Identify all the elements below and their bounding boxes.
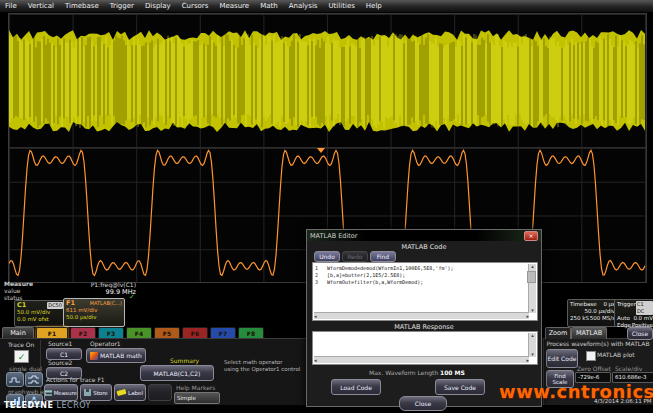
trace-on-label: Trace On (8, 342, 34, 348)
single-grid-button[interactable] (6, 372, 24, 387)
scroll-up-icon[interactable]: ▴ (531, 333, 534, 338)
menu-item-measure[interactable]: Measure (219, 2, 249, 10)
scroll-up-icon[interactable]: ▴ (531, 264, 534, 269)
timebase-samples: 250 kS (570, 315, 589, 322)
matlab-plot-checkbox[interactable] (586, 351, 596, 361)
find-button[interactable]: Find (370, 251, 396, 262)
scroll-left-icon[interactable]: ◂ (314, 358, 317, 363)
measure-action-button[interactable]: Measure (44, 384, 78, 401)
trigger-box[interactable]: Trigger C1 DC Auto 0.0 mV Edge Positive (614, 299, 653, 327)
menu-item-cursors[interactable]: Cursors (182, 2, 209, 10)
tab-zoom[interactable]: Zoom (545, 327, 571, 339)
dialog-close-button[interactable]: Close (399, 396, 447, 411)
panel-close-button[interactable]: Close (627, 327, 653, 340)
menu-item-display[interactable]: Display (145, 2, 171, 10)
c1-offset: 0.0 mV ofst (17, 316, 63, 323)
f1-label: F1 (66, 300, 75, 307)
code-line-2: [b,a]=butter(2,1E5/2.5E8); (327, 272, 453, 279)
c1-descriptor-box[interactable]: C1 DC50 50.0 mV/div 0.0 mV ofst (14, 300, 66, 327)
undo-button[interactable]: Undo (314, 251, 340, 262)
help-markers-value: Simple (177, 395, 196, 401)
single-wave-icon (9, 376, 21, 384)
dialog-title: MATLAB Editor (310, 232, 358, 240)
p1-measurement-label[interactable]: P1:freq@lv(C1) (76, 281, 136, 288)
menu-item-vertical[interactable]: Vertical (28, 2, 54, 10)
label-action-button[interactable]: Label (114, 384, 146, 401)
menu-item-utilities[interactable]: Utilities (329, 2, 355, 10)
store-disk-icon (84, 389, 91, 396)
menu-item-trigger[interactable]: Trigger (110, 2, 134, 10)
scroll-down-icon[interactable]: ▾ (531, 352, 534, 357)
dialog-title-bar[interactable]: MATLAB Editor × (307, 230, 541, 241)
scroll-down-icon[interactable]: ▾ (531, 308, 534, 313)
operator-hint-text: Select math operator using the Operator1… (224, 359, 304, 373)
source1-label: Source1 (48, 341, 72, 347)
scroll-right-icon[interactable]: ▸ (526, 358, 529, 363)
c1-vscale: 50.0 mV/div (17, 309, 63, 316)
c1-label: C1 (17, 302, 26, 309)
dual-wave-icon (28, 375, 40, 385)
matlab-code-header: MATLAB Code (307, 243, 541, 251)
response-horizontal-scrollbar[interactable]: ◂ ▸ (314, 356, 529, 363)
timebase-box[interactable]: Timebase 0 µs 50.0 µs/div 250 kS 500 MS/… (567, 299, 618, 327)
trigger-source-badge: C1 DC (636, 301, 653, 315)
code-line-3: WformOut=filter(b,a,WformDemod); (327, 279, 453, 286)
code-horizontal-scrollbar[interactable]: ◂ ▸ (314, 312, 529, 319)
menu-item-math[interactable]: Math (260, 2, 278, 10)
source2-label: Source2 (48, 360, 72, 366)
operator1-button[interactable]: MATLAB math (86, 348, 146, 363)
actions-for-trace-label: Actions for trace F1 (46, 377, 105, 383)
timebase-label: Timebase (570, 301, 597, 308)
summary-button[interactable]: MATLAB(C1,C2) (140, 365, 214, 381)
disabled-action-button (148, 384, 172, 401)
brand-teledyne: TELEDYNE (4, 401, 54, 410)
scroll-left-icon[interactable]: ◂ (314, 314, 317, 319)
matlab-math-icon (90, 352, 98, 360)
line-number: 1 (315, 265, 318, 272)
matlab-plot-label: MATLAB plot (597, 352, 635, 358)
p1-measurement-value: 99.9 MHz (76, 288, 136, 296)
label-tag-icon (117, 389, 127, 396)
f1-level-marker-icon[interactable] (317, 148, 325, 153)
chevron-down-icon: ▾ (214, 396, 217, 401)
trace-on-checkbox[interactable]: ✓ (14, 350, 29, 363)
c1-trace-waveform (9, 14, 646, 147)
edit-code-button[interactable]: Edit Code (546, 349, 578, 368)
code-scroll-thumb[interactable] (527, 271, 536, 283)
trigger-level: 0.0 mV (633, 315, 653, 322)
response-area[interactable]: ▴ ▾ ◂ ▸ (312, 331, 538, 365)
help-markers-dropdown[interactable]: Simple ▾ (174, 392, 220, 404)
menu-item-help[interactable]: Help (366, 2, 382, 10)
code-editor-area[interactable]: 1 2 3 WformDemod=demod(WformIn1,100E6,5E… (312, 262, 538, 321)
summary-label: Summary (170, 358, 199, 364)
menu-item-analysis[interactable]: Analysis (289, 2, 318, 10)
save-code-button[interactable]: Save Code (435, 379, 485, 395)
menu-item-file[interactable]: File (5, 2, 17, 10)
store-action-button[interactable]: Store (80, 384, 112, 401)
max-waveform-length-label: Max. Waveform Length (369, 369, 438, 376)
timebase-rate: 500 MS/s (590, 315, 615, 322)
scroll-right-icon[interactable]: ▸ (526, 314, 529, 319)
code-line-1: WformDemod=demod(WformIn1,100E6,5E8,'fm'… (327, 265, 453, 272)
operator1-value: MATLAB math (100, 352, 142, 359)
load-code-button[interactable]: Load Code (331, 379, 381, 395)
measure-ruler-icon (45, 390, 52, 396)
timebase-scale: 50.0 µs/div (570, 308, 615, 315)
redo-button: Redo (342, 251, 368, 262)
c1-coupling-badge: DC50 (47, 302, 63, 309)
line-number: 2 (315, 272, 318, 279)
matlab-panel-heading: Process waveform(s) with MATLAB (545, 341, 651, 347)
f1-descriptor-box[interactable]: F1 MATLAB(C...) 611 mV/div 50.0 µs/div (63, 298, 125, 327)
line-number: 3 (315, 279, 318, 286)
response-vertical-scrollbar[interactable]: ▴ ▾ (528, 333, 536, 357)
p1-status-check-icon: ✓ (129, 293, 135, 301)
dual-grid-button[interactable] (25, 372, 43, 387)
tab-matlab[interactable]: MATLAB (571, 327, 607, 339)
oscilloscope-screen: File Vertical Timebase Trigger Display C… (0, 0, 653, 413)
dialog-close-icon[interactable]: × (524, 231, 538, 241)
menu-item-timebase[interactable]: Timebase (65, 2, 99, 10)
operator1-label: Operator1 (90, 341, 121, 347)
trigger-label: Trigger (617, 301, 636, 315)
f1-vscale: 611 mV/div (66, 307, 122, 314)
trigger-mode: Auto (617, 315, 630, 322)
